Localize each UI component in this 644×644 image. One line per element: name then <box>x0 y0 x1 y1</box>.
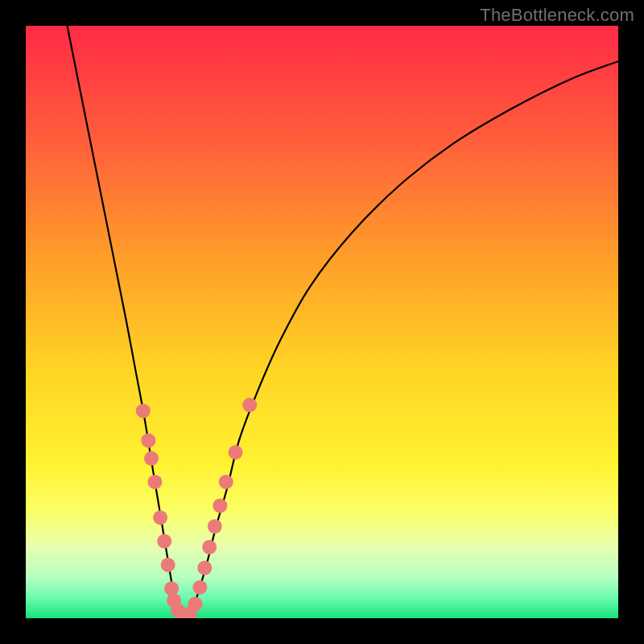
sample-point <box>157 534 171 548</box>
sample-point <box>202 540 217 555</box>
sample-point <box>192 580 207 595</box>
sample-point <box>147 475 162 489</box>
sample-point <box>219 475 233 489</box>
sample-point <box>153 510 167 525</box>
plot-area <box>26 26 618 618</box>
sample-point <box>144 451 159 465</box>
sample-point <box>213 498 227 513</box>
sample-point <box>188 597 202 611</box>
sample-point <box>242 398 257 412</box>
chart-svg <box>26 26 618 618</box>
sample-point <box>141 433 155 448</box>
sample-point <box>136 403 151 418</box>
gradient-rect <box>26 26 618 618</box>
sample-point <box>229 445 243 460</box>
watermark-text: TheBottleneck.com <box>480 5 634 26</box>
sample-point <box>161 558 175 572</box>
chart-stage: TheBottleneck.com <box>0 0 644 644</box>
sample-point <box>208 519 222 534</box>
sample-point <box>197 560 212 575</box>
